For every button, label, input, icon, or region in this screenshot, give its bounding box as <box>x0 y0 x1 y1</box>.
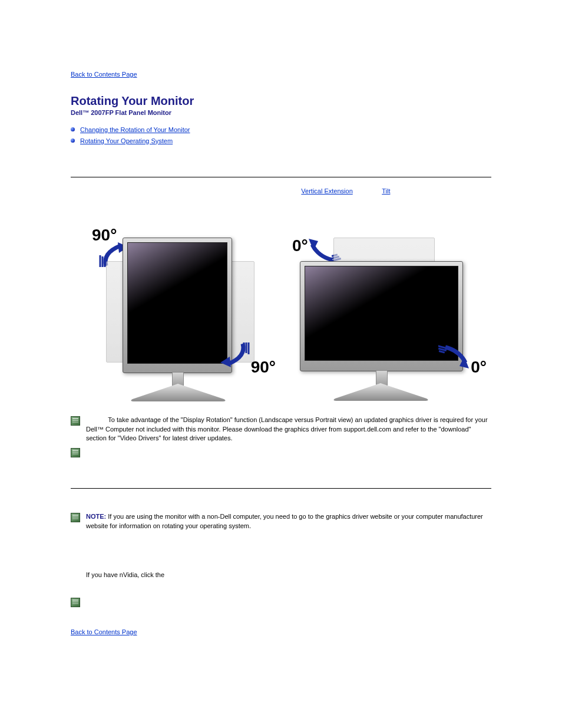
monitor-base-icon <box>130 384 227 401</box>
step: If you have ATI, select the Rotation tab… <box>82 558 491 568</box>
step-nvidia: If you have nVidia, click the nVidia tab… <box>86 570 491 580</box>
label-0-top: 0° <box>292 236 308 255</box>
svg-marker-1 <box>220 357 231 367</box>
rotation-illustrations: 90° 90° 0° <box>71 220 491 409</box>
note-nondell: NOTE: If you are using the monitor with … <box>71 512 491 531</box>
note-portrait-performance: NOTE: When in "Portrait View Mode", you … <box>71 447 491 457</box>
back-to-contents-bottom[interactable]: Back to Contents Page <box>71 628 137 635</box>
section1-intro: Before you rotate the monitor, your moni… <box>71 187 491 206</box>
step: Select the Settings tab and click Advanc… <box>82 546 491 556</box>
arrow-icon <box>219 341 251 368</box>
note-icon <box>71 598 80 607</box>
monitor-base-icon <box>332 383 429 401</box>
note-icon <box>71 513 80 522</box>
toc-bullets: Changing the Rotation of Your Monitor Ro… <box>71 124 491 146</box>
step-intel: If you have Intel, select the Intel grap… <box>86 582 491 592</box>
section-heading-rotate-os: Rotating Your Operating System <box>71 475 491 489</box>
illustration-portrait: 90° 90° <box>82 226 277 409</box>
section-heading-change-rotation: Changing the Rotation of Your Monitor <box>71 164 491 177</box>
note-display-rotation: NOTE: To take advantage of the "Display … <box>71 416 491 443</box>
note-rotation-option-missing: NOTE: If you do not see the rotation opt… <box>71 597 491 615</box>
note-icon <box>71 448 80 457</box>
rotate-os-steps: Right-click on the desktop and click Pro… <box>71 535 491 568</box>
toc-link-rotate-os[interactable]: Rotating Your Operating System <box>80 137 173 144</box>
illustration-landscape: 0° 0° <box>285 226 480 409</box>
label-90-bottom: 90° <box>251 358 276 377</box>
link-vertical-extension[interactable]: Vertical Extension <box>301 187 352 195</box>
note-icon <box>71 416 80 426</box>
step: Right-click on the desktop and click Pro… <box>82 535 491 545</box>
section2-intro: After you have rotated your monitor, you… <box>71 498 491 508</box>
label-0-bottom: 0° <box>471 358 487 377</box>
link-tilt[interactable]: Tilt <box>382 187 390 195</box>
toc-link-change-rotation[interactable]: Changing the Rotation of Your Monitor <box>80 126 190 133</box>
back-to-contents-top[interactable]: Back to Contents Page <box>71 71 137 78</box>
page-subtitle: Dell™ 2007FP Flat Panel Monitor <box>71 109 491 116</box>
page-title: Rotating Your Monitor <box>71 94 491 108</box>
arrow-icon <box>438 345 474 368</box>
